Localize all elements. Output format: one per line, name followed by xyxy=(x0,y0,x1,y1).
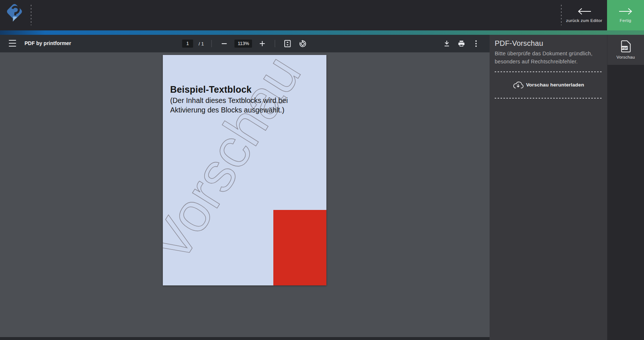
zoom-level-display: 113% xyxy=(235,40,252,48)
toolbar-divider xyxy=(275,40,275,47)
svg-text:PDF: PDF xyxy=(622,47,627,50)
preview-tab-label: Vorschau xyxy=(617,55,635,59)
top-app-bar: zurück zum Editor Fertig xyxy=(0,0,644,30)
zoom-out-button[interactable] xyxy=(220,39,229,48)
pdf-document-title: PDF by printformer xyxy=(25,40,71,46)
arrow-right-icon xyxy=(618,8,633,15)
arrow-left-icon xyxy=(577,8,592,15)
download-preview-button[interactable]: Vorschau herunterladen xyxy=(495,72,602,98)
cloud-download-icon xyxy=(513,81,524,89)
back-to-editor-label: zurück zum Editor xyxy=(566,18,602,23)
preview-tab[interactable]: PDF Vorschau xyxy=(607,35,644,65)
pdf-canvas-area[interactable]: Vorschau Beispiel-Textblock (Der Inhalt … xyxy=(0,52,490,337)
download-icon[interactable] xyxy=(442,39,452,48)
fit-to-page-icon[interactable] xyxy=(283,39,292,48)
viewer-bottom-strip xyxy=(0,337,490,340)
topbar-divider-left xyxy=(31,5,31,25)
back-to-editor-button[interactable]: zurück zum Editor xyxy=(562,0,607,30)
pdf-page: Vorschau Beispiel-Textblock (Der Inhalt … xyxy=(163,55,326,285)
sidebar-description: Bitte überprüfe das Dokument gründlich, … xyxy=(495,50,602,66)
rotate-icon[interactable] xyxy=(298,39,307,48)
done-button[interactable]: Fertig xyxy=(607,0,644,30)
pdf-preview-sidebar: PDF-Vorschau Bitte überprüfe das Dokumen… xyxy=(490,35,607,340)
pdf-viewer-toolbar: PDF by printformer 1 / 1 113% xyxy=(0,35,490,52)
menu-icon[interactable] xyxy=(9,40,16,47)
sidebar-title: PDF-Vorschau xyxy=(495,39,602,48)
page-number-input[interactable]: 1 xyxy=(182,40,193,48)
printformer-logo[interactable] xyxy=(6,3,25,25)
red-color-block xyxy=(273,210,326,285)
right-tool-rail: PDF Vorschau xyxy=(607,35,644,340)
dashed-separator xyxy=(495,98,602,99)
zoom-in-button[interactable] xyxy=(258,39,267,48)
document-text-block: Beispiel-Textblock (Der Inhalt dieses Te… xyxy=(163,55,326,115)
download-preview-label: Vorschau herunterladen xyxy=(526,82,584,88)
more-options-icon[interactable] xyxy=(471,39,481,48)
document-heading: Beispiel-Textblock xyxy=(170,84,319,95)
progress-gradient-bar xyxy=(0,30,644,35)
toolbar-divider xyxy=(211,40,212,47)
done-label: Fertig xyxy=(620,18,632,23)
pdf-file-icon: PDF xyxy=(621,40,631,52)
print-icon[interactable] xyxy=(457,39,466,48)
page-count-label: / 1 xyxy=(199,41,204,47)
document-body-text: (Der Inhalt dieses Textblocks wird bei A… xyxy=(170,96,319,115)
